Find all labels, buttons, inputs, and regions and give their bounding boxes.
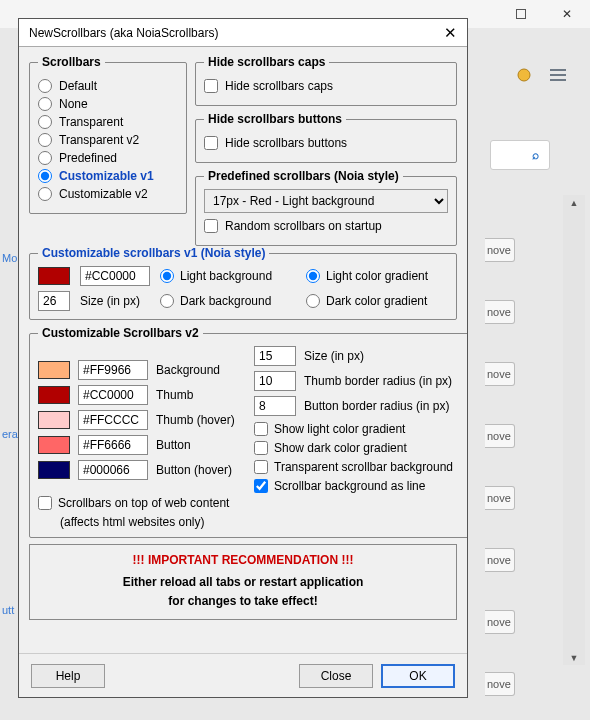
bg-button[interactable]: nove bbox=[485, 548, 515, 572]
v2-buttonhover-hex[interactable] bbox=[78, 460, 148, 480]
custom-scrollbar-preview[interactable]: ▲ ▼ bbox=[563, 195, 585, 665]
v2-thumb-label: Thumb bbox=[156, 388, 246, 402]
scroll-up-icon[interactable]: ▲ bbox=[563, 195, 585, 210]
bg-button[interactable]: nove bbox=[485, 672, 515, 696]
v2-thumb-hex[interactable] bbox=[78, 385, 148, 405]
hide-buttons-legend: Hide scrollbars buttons bbox=[204, 112, 346, 126]
custom-v2-legend: Customizable Scrollbars v2 bbox=[38, 326, 203, 340]
chk-transparent-bg[interactable]: Transparent scrollbar background bbox=[254, 460, 467, 474]
v2-buttonradius-label: Button border radius (in px) bbox=[304, 399, 467, 413]
v1-color-hex[interactable] bbox=[80, 266, 150, 286]
v1-color-swatch[interactable] bbox=[38, 267, 70, 285]
v2-bg-hex[interactable] bbox=[78, 360, 148, 380]
bg-button[interactable]: nove bbox=[485, 300, 515, 324]
radio-bg-dark[interactable]: Dark background bbox=[160, 294, 298, 308]
window-close-icon[interactable]: ✕ bbox=[544, 0, 590, 28]
bg-button[interactable]: nove bbox=[485, 238, 515, 262]
scrollbars-group: Scrollbars Default None Transparent Tran… bbox=[29, 55, 187, 214]
radio-grad-light[interactable]: Light color gradient bbox=[306, 269, 448, 283]
custom-v1-legend: Customizable scrollbars v1 (Noia style) bbox=[38, 246, 269, 260]
radio-bg-light[interactable]: Light background bbox=[160, 269, 298, 283]
v1-size-input[interactable] bbox=[38, 291, 70, 311]
search-box-fragment[interactable]: ⌕ bbox=[490, 140, 550, 170]
chk-random-startup[interactable]: Random scrollbars on startup bbox=[204, 219, 448, 233]
hamburger-menu-icon[interactable] bbox=[550, 69, 566, 81]
chk-hide-caps[interactable]: Hide scrollbars caps bbox=[204, 79, 448, 93]
recommendation-header: !!! IMPORTANT RECOMMENDATION !!! bbox=[38, 553, 448, 567]
help-button[interactable]: Help bbox=[31, 664, 105, 688]
browser-toolbar bbox=[490, 55, 590, 95]
radio-transparent[interactable]: Transparent bbox=[38, 115, 178, 129]
v2-button-label: Button bbox=[156, 438, 246, 452]
recommendation-line1: Either reload all tabs or restart applic… bbox=[38, 573, 448, 592]
radio-none[interactable]: None bbox=[38, 97, 178, 111]
ok-button[interactable]: OK bbox=[381, 664, 455, 688]
v2-thumb-swatch[interactable] bbox=[38, 386, 70, 404]
custom-v1-group: Customizable scrollbars v1 (Noia style) … bbox=[29, 246, 457, 320]
dialog-title: NewScrollbars (aka NoiaScrollbars) bbox=[29, 26, 439, 40]
close-icon[interactable]: ✕ bbox=[439, 24, 461, 42]
scrollbars-legend: Scrollbars bbox=[38, 55, 105, 69]
v2-bg-swatch[interactable] bbox=[38, 361, 70, 379]
scroll-down-icon[interactable]: ▼ bbox=[563, 650, 585, 665]
maximize-icon[interactable] bbox=[498, 0, 544, 28]
chk-bg-as-line[interactable]: Scrollbar background as line bbox=[254, 479, 467, 493]
v2-button-swatch[interactable] bbox=[38, 436, 70, 454]
predefined-group: Predefined scrollbars (Noia style) 17px … bbox=[195, 169, 457, 246]
radio-grad-dark[interactable]: Dark color gradient bbox=[306, 294, 448, 308]
radio-predefined[interactable]: Predefined bbox=[38, 151, 178, 165]
radio-custom-v1[interactable]: Customizable v1 bbox=[38, 169, 178, 183]
dialog-titlebar: NewScrollbars (aka NoiaScrollbars) ✕ bbox=[19, 19, 467, 47]
v2-buttonhover-label: Button (hover) bbox=[156, 463, 246, 477]
chk-ontop-sub: (affects html websites only) bbox=[38, 515, 467, 529]
hide-buttons-group: Hide scrollbars buttons Hide scrollbars … bbox=[195, 112, 457, 163]
radio-default[interactable]: Default bbox=[38, 79, 178, 93]
v2-buttonradius-input[interactable] bbox=[254, 396, 296, 416]
v2-thumbradius-input[interactable] bbox=[254, 371, 296, 391]
bg-button[interactable]: nove bbox=[485, 486, 515, 510]
hide-caps-group: Hide scrollbars caps Hide scrollbars cap… bbox=[195, 55, 457, 106]
close-button[interactable]: Close bbox=[299, 664, 373, 688]
predefined-legend: Predefined scrollbars (Noia style) bbox=[204, 169, 403, 183]
v2-thumbradius-label: Thumb border radius (in px) bbox=[304, 374, 467, 388]
left-edge-text: Mo era utt bbox=[0, 250, 18, 720]
radio-transparent-v2[interactable]: Transparent v2 bbox=[38, 133, 178, 147]
hide-caps-legend: Hide scrollbars caps bbox=[204, 55, 329, 69]
v2-thumbhover-hex[interactable] bbox=[78, 410, 148, 430]
v2-buttonhover-swatch[interactable] bbox=[38, 461, 70, 479]
chk-light-gradient[interactable]: Show light color gradient bbox=[254, 422, 467, 436]
custom-v2-group: Customizable Scrollbars v2 Background Th… bbox=[29, 326, 467, 538]
v1-size-label: Size (in px) bbox=[80, 294, 152, 308]
radio-custom-v2[interactable]: Customizable v2 bbox=[38, 187, 178, 201]
v2-thumbhover-swatch[interactable] bbox=[38, 411, 70, 429]
predefined-select[interactable]: 17px - Red - Light background bbox=[204, 189, 448, 213]
addon-icon bbox=[516, 67, 532, 83]
v2-thumbhover-label: Thumb (hover) bbox=[156, 413, 246, 427]
bg-button[interactable]: nove bbox=[485, 362, 515, 386]
dialog-footer: Help Close OK bbox=[19, 653, 467, 697]
chk-ontop[interactable]: Scrollbars on top of web content bbox=[38, 496, 467, 510]
chk-dark-gradient[interactable]: Show dark color gradient bbox=[254, 441, 467, 455]
v2-size-label: Size (in px) bbox=[304, 349, 467, 363]
v2-size-input[interactable] bbox=[254, 346, 296, 366]
recommendation-box: !!! IMPORTANT RECOMMENDATION !!! Either … bbox=[29, 544, 457, 620]
chk-hide-buttons[interactable]: Hide scrollbars buttons bbox=[204, 136, 448, 150]
v2-bg-label: Background bbox=[156, 363, 246, 377]
background-button-column: nove nove nove nove nove nove nove nove … bbox=[485, 238, 515, 720]
bg-button[interactable]: nove bbox=[485, 424, 515, 448]
recommendation-line2: for changes to take effect! bbox=[38, 592, 448, 611]
svg-point-0 bbox=[518, 69, 530, 81]
settings-dialog: NewScrollbars (aka NoiaScrollbars) ✕ Scr… bbox=[18, 18, 468, 698]
bg-button[interactable]: nove bbox=[485, 610, 515, 634]
v2-button-hex[interactable] bbox=[78, 435, 148, 455]
